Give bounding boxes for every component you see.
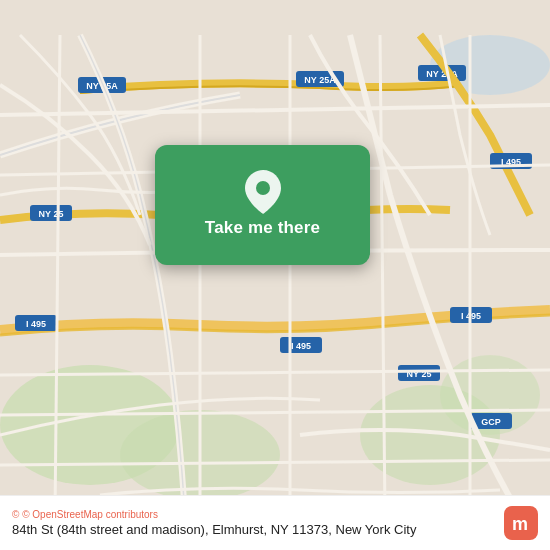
bottom-bar-info: © © OpenStreetMap contributors 84th St (…	[12, 509, 416, 537]
bottom-bar: © © OpenStreetMap contributors 84th St (…	[0, 495, 550, 550]
map-container: I 495 I 495 I 495 NY 25A NY 25A NY 25A N…	[0, 0, 550, 550]
svg-text:NY 25: NY 25	[39, 209, 64, 219]
address-text: 84th St (84th street and madison), Elmhu…	[12, 522, 416, 537]
svg-text:I 495: I 495	[26, 319, 46, 329]
moovit-logo-icon: m	[504, 506, 538, 540]
map-roads-svg: I 495 I 495 I 495 NY 25A NY 25A NY 25A N…	[0, 0, 550, 550]
location-pin-icon	[243, 172, 283, 212]
moovit-logo: m	[504, 506, 538, 540]
location-card[interactable]: Take me there	[155, 145, 370, 265]
take-me-there-button[interactable]: Take me there	[205, 218, 320, 238]
osm-credit-text: © OpenStreetMap contributors	[22, 509, 158, 520]
svg-text:GCP: GCP	[481, 417, 501, 427]
osm-copyright-symbol: ©	[12, 509, 19, 520]
svg-text:I 495: I 495	[291, 341, 311, 351]
svg-text:m: m	[512, 514, 528, 534]
svg-point-28	[256, 181, 270, 195]
osm-credit: © © OpenStreetMap contributors	[12, 509, 416, 520]
